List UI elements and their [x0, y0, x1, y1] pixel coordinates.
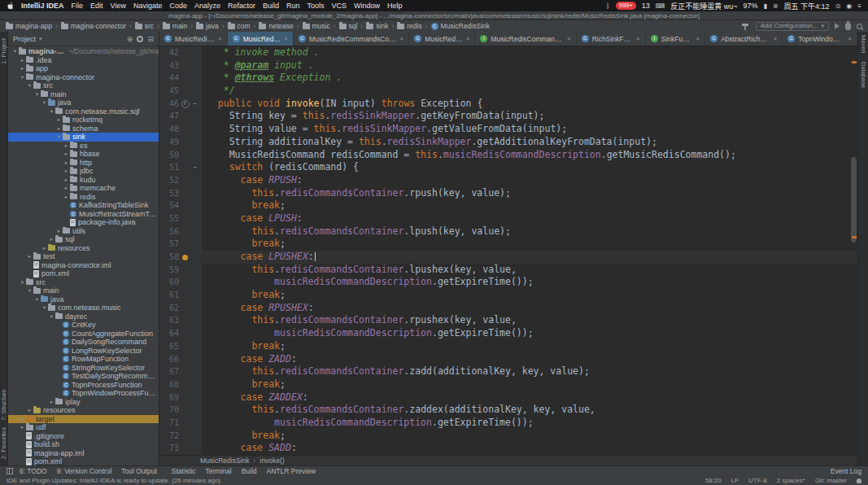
line-number[interactable]: 64: [159, 327, 179, 340]
crumb-main[interactable]: main: [163, 22, 187, 30]
bell-icon[interactable]: [857, 478, 861, 483]
line-number[interactable]: 59: [159, 264, 179, 277]
status-message[interactable]: IDE and Plugin Updates: IntelliJ IDEA is…: [7, 477, 220, 484]
tree-item-kudu[interactable]: ▸kudu: [8, 176, 159, 185]
close-icon[interactable]: ×: [567, 35, 571, 42]
battery-icon[interactable]: ▮: [764, 2, 767, 10]
code-line-58[interactable]: 58 case LPUSHEX:: [159, 251, 857, 264]
tab-abstractrichfunction-java[interactable]: CAbstractRichFunction.java×: [705, 32, 783, 46]
menu-file[interactable]: File: [72, 2, 84, 10]
chevron-down-icon[interactable]: ▾: [33, 295, 41, 304]
chevron-down-icon[interactable]: ▾: [55, 133, 63, 142]
menu-refactor[interactable]: Refactor: [228, 2, 255, 10]
chevron-right-icon[interactable]: ▸: [63, 176, 70, 185]
breadcrumb-musicredissink[interactable]: MusicRedisSink: [200, 457, 249, 465]
menu-tools[interactable]: Tools: [308, 2, 325, 10]
code-line-69[interactable]: 69 case ZADDEX:: [159, 391, 857, 404]
tree-item-hbase[interactable]: ▸hbase: [8, 150, 159, 159]
code-line-47[interactable]: 47 String key = this.redisSinkMapper.get…: [159, 110, 857, 123]
tree-item-sink[interactable]: ▾sink: [8, 133, 159, 142]
close-icon[interactable]: ×: [848, 35, 852, 42]
tree-item-test[interactable]: ▸test: [8, 252, 159, 261]
tree-item-magina-app[interactable]: ▾magina-app~/Documents/netease_git/ma: [8, 47, 159, 56]
bluetooth-icon[interactable]: ᛒ: [606, 2, 610, 10]
chevron-right-icon[interactable]: ▸: [26, 252, 33, 261]
menu-analyze[interactable]: Analyze: [194, 2, 220, 10]
notification-center-icon[interactable]: ≡: [857, 2, 861, 10]
tree-item-musicretractstreamtables[interactable]: CMusicRetractStreamTableS: [8, 210, 159, 219]
tree-item-src[interactable]: ▾src: [8, 278, 159, 287]
crumb-music[interactable]: music: [303, 22, 330, 30]
project-panel-title[interactable]: Project: [13, 35, 36, 43]
crumb-redis[interactable]: redis: [397, 22, 421, 30]
line-number[interactable]: 53: [159, 187, 179, 200]
code-line-71[interactable]: 71 musicRedisCommandDescription.getExpir…: [159, 417, 857, 430]
tree-item-magina-app-iml[interactable]: magina-app.iml: [8, 449, 159, 458]
chevron-right-icon[interactable]: ▸: [55, 125, 63, 133]
tree-item-dayrec[interactable]: ▾dayrec: [8, 312, 159, 321]
debug-icon[interactable]: [845, 23, 851, 30]
tree-item-utils[interactable]: ▸utils: [8, 227, 159, 236]
battery-percent[interactable]: 97%: [743, 2, 757, 10]
chevron-right-icon[interactable]: ▸: [48, 398, 55, 407]
line-number[interactable]: 42: [159, 46, 179, 59]
line-number[interactable]: 44: [159, 72, 179, 85]
code-line-42[interactable]: 42 * invoke method .: [159, 46, 857, 59]
fold-marker-icon[interactable]: −: [190, 98, 200, 111]
tree-item-resources[interactable]: ▸resources: [8, 244, 159, 253]
chevron-right-icon[interactable]: ▸: [63, 142, 70, 151]
code-line-66[interactable]: 66 case ZADD:: [159, 353, 857, 366]
tree-item-dailysongrecommand[interactable]: CDailySongRecommand: [8, 338, 159, 347]
tree-item-topnprocessfunction[interactable]: CTopnProcessFunction: [8, 381, 159, 390]
toolwindow-button-6-todo[interactable]: 6: TODO: [20, 467, 47, 475]
line-number[interactable]: 57: [159, 238, 179, 251]
build-hammer-icon[interactable]: [742, 23, 750, 30]
close-icon[interactable]: ×: [400, 35, 404, 42]
tree-item-rowmapfunction[interactable]: CRowMapFunction: [8, 355, 159, 364]
chevron-right-icon[interactable]: ▸: [55, 227, 63, 236]
status-2-spaces[interactable]: 2 spaces*: [777, 477, 805, 484]
close-icon[interactable]: ×: [636, 35, 640, 42]
tab-sinkfunction-java[interactable]: ISinkFunction.java×: [646, 32, 705, 46]
error-stripe-mark[interactable]: [852, 236, 857, 238]
code-line-70[interactable]: 70 this.redisCommandsContainer.zaddex(ad…: [159, 404, 857, 417]
code-line-54[interactable]: 54 break;: [159, 199, 857, 212]
tree-item-schema[interactable]: ▸schema: [8, 125, 159, 133]
tree-item-es[interactable]: ▸es: [8, 142, 159, 151]
tree-item-target[interactable]: ▸target: [8, 415, 159, 424]
code-line-48[interactable]: 48 String value = this.redisSinkMapper.g…: [159, 123, 857, 136]
crumb-java[interactable]: java: [196, 22, 219, 30]
tool-stripe-button-maven[interactable]: Maven: [860, 35, 867, 54]
code-line-55[interactable]: 55 case LPUSH:: [159, 212, 857, 225]
toolwindow-button-build[interactable]: Build: [242, 467, 257, 475]
crumb-sink[interactable]: sink: [366, 22, 388, 30]
code-line-73[interactable]: 73 case SADD:: [159, 442, 857, 455]
tree-item-resources[interactable]: ▸resources: [8, 406, 159, 415]
chevron-down-icon[interactable]: ▾: [26, 286, 33, 295]
collapse-all-icon[interactable]: ⊟: [147, 35, 154, 43]
line-number[interactable]: 54: [159, 199, 179, 212]
chevron-down-icon[interactable]: ▾: [33, 90, 41, 99]
chevron-right-icon[interactable]: ▸: [63, 167, 70, 176]
toolwindow-button-statistic[interactable]: Statistic: [172, 467, 196, 475]
line-number[interactable]: 63: [159, 314, 179, 327]
tree-item-jdbc[interactable]: ▸jdbc: [8, 167, 159, 176]
tree-item-src[interactable]: ▾src: [8, 81, 159, 90]
code-line-50[interactable]: 50 MusicRedisCommand redisCommand = this…: [159, 149, 857, 162]
chevron-down-icon[interactable]: ▾: [48, 312, 55, 321]
account-name[interactable]: 反正不能睡蛋黄 wu~: [670, 1, 737, 11]
chevron-right-icon[interactable]: ▸: [63, 184, 70, 193]
code-line-49[interactable]: 49 String additionalKey = this.redisSink…: [159, 136, 857, 149]
error-stripe-mark[interactable]: [852, 61, 857, 63]
code-line-43[interactable]: 43 * @param input .: [159, 59, 857, 72]
code-editor[interactable]: 42 * invoke method .43 * @param input .4…: [159, 46, 857, 455]
apple-icon[interactable]: [7, 2, 14, 10]
tree-item-pom-xml[interactable]: pom.xml: [8, 457, 159, 465]
line-number[interactable]: 68: [159, 378, 179, 391]
tree-item-main[interactable]: ▾main: [8, 286, 159, 295]
close-icon[interactable]: ×: [466, 35, 470, 42]
line-number[interactable]: 46: [159, 98, 179, 111]
chevron-down-icon[interactable]: ▾: [11, 47, 19, 56]
input-source-icon[interactable]: ⌨: [656, 2, 665, 10]
tool-windows-icon[interactable]: [7, 468, 13, 474]
